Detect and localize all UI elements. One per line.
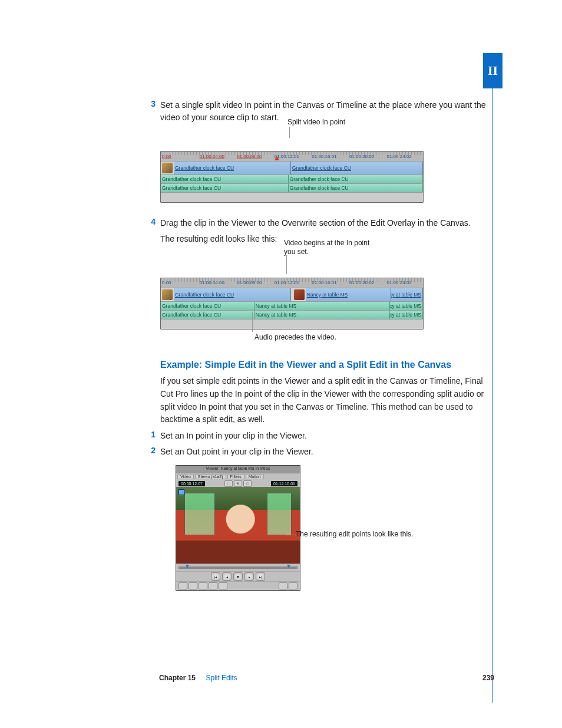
audio-clip: Nancy at table MS [390,302,423,310]
document-page: II 3 Set a single split video In point i… [0,0,562,728]
video-clip: Grandfather clock face CU [291,162,423,174]
clip-label: Grandfather clock face CU [162,303,221,309]
in-point-icon [186,565,189,568]
audio-clip: Grandfather clock face CU [161,175,289,183]
insert-edit-button[interactable] [279,582,287,589]
audio-track-1: Grandfather clock face CU Grandfather cl… [161,174,423,183]
figure2-callout-bottom: Audio precedes the video. [254,333,492,342]
mark-out-button[interactable] [189,582,197,589]
background-window-icon [267,493,292,535]
section-intro: If you set simple edit points in the Vie… [160,375,492,426]
timecode-duration: 00:00:12:07 [178,481,205,486]
clip-label: Nancy at table MS [390,303,421,309]
mark-in-button[interactable] [178,582,187,589]
play-button[interactable]: ▸ [244,572,254,581]
video-clip: Nancy at table MS [306,288,391,301]
match-frame-button[interactable] [219,582,227,589]
edit-buttons-right [279,582,297,589]
audio-track-1: Grandfather clock face CU Nancy at table… [161,301,423,310]
clip-label: Grandfather clock face CU [162,312,221,318]
mark-clip-button[interactable] [199,582,207,589]
clip-label: Nancy at table MS [256,312,296,318]
callout-line [285,535,296,535]
timeline-ruler: 0:00 01:00:04:00 01:00:08:00 01:00:12:01… [161,151,423,161]
viewer-subbar: 00:00:12:07 ⬚ % ▢ 01:12:10:06 [176,480,300,487]
section-tab: II [483,53,503,88]
viewer-scrubber[interactable] [176,564,300,571]
step-1: 1 Set an In point in your clip in the Vi… [145,430,492,442]
video-track: Grandfather clock face CU Nancy at table… [161,288,423,301]
clip-label: Grandfather clock face CU [162,176,221,182]
view-button[interactable]: ▢ [243,480,252,487]
audio-clip: Nancy at table MS [390,311,423,319]
viewer-footer [176,581,300,590]
in-point-marker-icon [275,156,279,160]
video-track: Grandfather clock face CU Grandfather cl… [161,161,423,174]
video-clip: Nancy at table MS [391,288,423,301]
callout-line [286,255,287,274]
step-text: Set an In point in your clip in the View… [160,430,307,442]
timeline-footer [161,192,423,202]
fit-button[interactable]: ⬚ [224,480,233,487]
viewer-window: Viewer: Nancy at table MS in Intros Vide… [176,465,300,591]
viewer-tab-stereo[interactable]: Stereo (a1a2) [195,474,226,479]
audio-clip: Nancy at table MS [254,311,390,319]
chapter-title: Split Edits [206,674,237,682]
timeline-ruler: 0:00 01:00:04:00 01:00:08:00 01:00:12:01… [161,278,423,288]
play-reverse-button[interactable]: ◂ [222,572,232,581]
clip-thumbnail-icon [162,289,173,300]
timecode: 01:00:12:01 [273,154,311,159]
viewer-titlebar: Viewer: Nancy at table MS in Intros [176,466,300,473]
step-text: Drag the clip in the Viewer to the Overw… [160,217,471,229]
viewer-tabbar: Video Stereo (a1a2) Filters Motion [176,473,300,480]
zoom-button[interactable]: % [234,480,242,487]
in-marker-icon [178,489,184,495]
clip-label: Grandfather clock face CU [162,185,221,191]
audio-clip: Grandfather clock face CU [289,175,423,183]
callout-line [289,127,290,138]
step-4: 4 Drag the clip in the Viewer to the Ove… [145,217,492,229]
side-rule [492,88,493,703]
scrubber-bar[interactable] [178,566,297,569]
audio-clip: Grandfather clock face CU [289,184,423,192]
section-heading: Example: Simple Edit in the Viewer and a… [160,360,492,370]
viewer-tab-video[interactable]: Video [177,474,194,479]
step-number: 3 [145,99,156,124]
background-window-icon [184,493,215,535]
out-point-icon [287,565,290,568]
figure-timeline-2: 0:00 01:00:04:00 01:00:08:00 01:00:12:01… [160,278,424,330]
viewer-callout: The resulting edit points look like this… [296,530,413,539]
figure2-callout-top: Video begins at the In point you set. [284,239,372,257]
page-content: 3 Set a single split video In point in t… [145,99,492,591]
step-text: Set an Out point in your clip in the Vie… [160,446,313,458]
audio-track-2: Grandfather clock face CU Grandfather cl… [161,183,423,192]
prev-edit-button[interactable]: |◂ [211,572,220,581]
view-mode-buttons: ⬚ % ▢ [224,480,252,487]
overwrite-edit-button[interactable] [289,582,297,589]
transport-controls: |◂ ◂ ■ ▸ ▸| [176,571,300,581]
audio-clip: Nancy at table MS [254,302,390,310]
add-keyframe-button[interactable] [209,582,217,589]
timecode-current: 01:12:10:06 [271,481,297,486]
step-2: 2 Set an Out point in your clip in the V… [145,446,492,458]
audio-clip: Grandfather clock face CU [161,184,289,192]
stop-button[interactable]: ■ [233,572,243,581]
timeline-footer [161,319,423,329]
clip-label: Grandfather clock face CU [290,185,349,191]
page-number: 239 [482,674,494,682]
next-edit-button[interactable]: ▸| [256,572,265,581]
callout-line [252,312,253,332]
clip-thumbnail-icon [162,163,173,173]
video-clip: Grandfather clock face CU [174,288,291,301]
audio-track-2: Grandfather clock face CU Nancy at table… [161,310,423,319]
audio-clip: Grandfather clock face CU [161,311,254,319]
step-number: 4 [145,217,156,229]
step-number: 1 [145,430,156,442]
clip-label: Grandfather clock face CU [290,176,349,182]
clip-thumbnail-icon [294,289,305,300]
viewer-tab-motion[interactable]: Motion [246,474,264,479]
chapter-label: Chapter 15 [159,674,196,682]
viewer-tab-filters[interactable]: Filters [227,474,244,479]
figure-timeline-1: 0:00 01:00:04:00 01:00:08:00 01:00:12:01… [160,151,424,203]
clip-label: Nancy at table MS [256,303,296,309]
